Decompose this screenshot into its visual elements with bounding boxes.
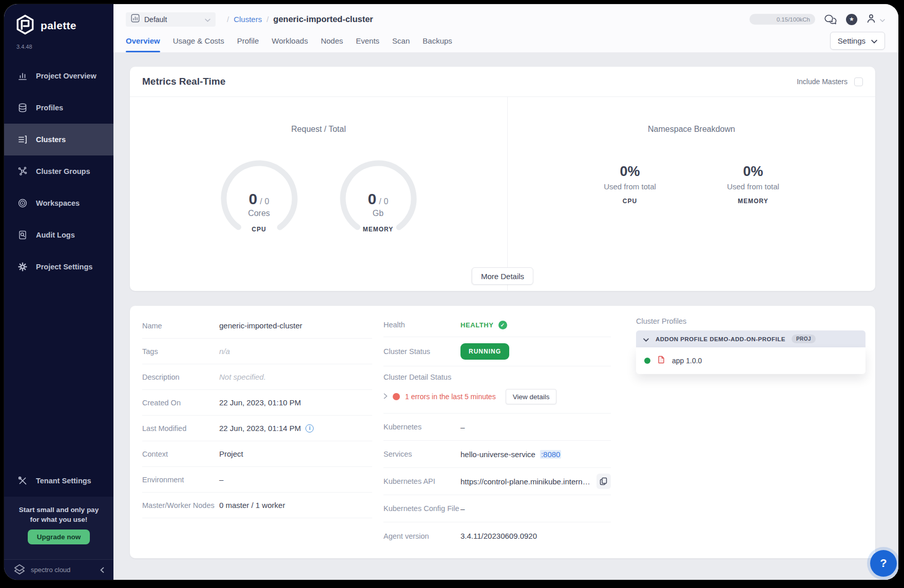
- breadcrumb-current-cluster: generic-imported-cluster: [273, 14, 373, 24]
- cluster-tabs-bar: Overview Usage & Costs Profile Workloads…: [113, 29, 898, 52]
- chevron-right-icon[interactable]: [383, 392, 388, 401]
- project-selector[interactable]: Default: [126, 12, 216, 27]
- top-bar: Default / Clusters / generic-imported-cl…: [113, 4, 898, 29]
- sidebar-item-label: Profiles: [36, 104, 63, 112]
- error-dot-icon: [393, 393, 400, 400]
- memory-gauge: 0/0 Gb MEMORY: [337, 160, 419, 237]
- info-row-name: Name generic-imported-cluster: [142, 313, 372, 339]
- sidebar-item-label: Audit Logs: [36, 231, 75, 239]
- sidebar-item-project-settings[interactable]: Project Settings: [4, 251, 113, 283]
- gauge-separator: /: [379, 197, 381, 206]
- sidebar-item-label: Project Overview: [36, 72, 97, 80]
- tab-events[interactable]: Events: [356, 29, 379, 52]
- user-menu[interactable]: [866, 13, 885, 26]
- cluster-detail-status-block: Cluster Detail Status 1 errors in the la…: [383, 366, 611, 414]
- cluster-profiles-column: Cluster Profiles ADDON PROFILE DEMO-ADD-…: [624, 306, 875, 558]
- star-badge-icon[interactable]: ★: [846, 14, 857, 25]
- include-masters-label: Include Masters: [797, 77, 848, 86]
- gauges-row: 0/0 Cores CPU: [130, 160, 507, 237]
- project-chart-icon: [131, 14, 140, 25]
- tab-nodes[interactable]: Nodes: [321, 29, 343, 52]
- sidebar-item-profiles[interactable]: Profiles: [4, 92, 113, 124]
- info-row-context: Context Project: [142, 441, 372, 467]
- sidebar-item-label: Project Settings: [36, 263, 92, 271]
- sidebar-bottom: Tenant Settings Start small and only pay…: [4, 465, 113, 580]
- sidebar-item-audit-logs[interactable]: Audit Logs: [4, 219, 113, 251]
- context-value: Project: [219, 449, 243, 458]
- status-row-kubernetes: Kubernetes –: [383, 414, 611, 441]
- health-status-text: HEALTHY: [460, 321, 494, 329]
- status-row-health: Health HEALTHY ✓: [383, 313, 611, 337]
- help-button[interactable]: ?: [870, 550, 897, 577]
- status-row-kubernetes-api: Kubernetes API https://control-plane.min…: [383, 468, 611, 495]
- concentric-circles-icon: [17, 198, 28, 208]
- namespace-breakdown-section: Namespace Breakdown 0% Used from total C…: [508, 97, 875, 290]
- info-row-description: Description Not specified.: [142, 364, 372, 390]
- cluster-details-card: Name generic-imported-cluster Tags n/a D…: [130, 306, 875, 558]
- sidebar: palette 3.4.48 Project Overview: [4, 4, 113, 580]
- agent-version-value: 3.4.11/20230609.0920: [460, 532, 537, 540]
- service-port-link[interactable]: :8080: [540, 450, 562, 459]
- metrics-card-header: Metrics Real-Time Include Masters: [130, 67, 875, 97]
- namespace-stats-row: 0% Used from total CPU 0% Used from tota…: [508, 164, 875, 205]
- tab-usage-costs[interactable]: Usage & Costs: [173, 29, 224, 52]
- request-total-title: Request / Total: [130, 125, 507, 134]
- error-summary-text: 1 errors in the last 5 minutes: [405, 393, 496, 401]
- spectro-cloud-label: spectro cloud: [31, 566, 95, 574]
- cluster-tabs: Overview Usage & Costs Profile Workloads…: [126, 29, 452, 52]
- cluster-profiles-title: Cluster Profiles: [636, 317, 875, 325]
- tab-backups[interactable]: Backups: [422, 29, 452, 52]
- stat-label-memory: MEMORY: [715, 198, 792, 205]
- sidebar-nav: Project Overview Profiles: [4, 60, 113, 283]
- namespace-breakdown-title: Namespace Breakdown: [508, 125, 875, 134]
- sidebar-item-workspaces[interactable]: Workspaces: [4, 187, 113, 219]
- gauge-total: 0: [384, 197, 389, 206]
- breadcrumb-clusters-link[interactable]: Clusters: [234, 15, 262, 24]
- stat-value: 0%: [715, 164, 792, 180]
- namespace-memory-stat: 0% Used from total MEMORY: [715, 164, 792, 205]
- stat-value: 0%: [591, 164, 668, 180]
- breadcrumb-separator: /: [227, 15, 229, 24]
- screen-frame: palette 3.4.48 Project Overview: [0, 0, 904, 588]
- info-icon[interactable]: i: [305, 424, 314, 433]
- upgrade-now-button[interactable]: Upgrade now: [28, 530, 90, 544]
- spectro-cloud-logo-icon: [13, 563, 26, 577]
- metrics-card-body: Request / Total 0/0 Cores: [130, 97, 875, 290]
- tab-scan[interactable]: Scan: [392, 29, 410, 52]
- clusters-list-icon: [17, 134, 28, 145]
- chevron-down-icon: [880, 15, 885, 24]
- profile-accordion-header[interactable]: ADDON PROFILE DEMO-ADD-ON-PROFILE PROJ: [636, 330, 865, 347]
- info-row-created-on: Created On 22 Jun, 2023, 01:10 PM: [142, 390, 372, 416]
- sidebar-footer: spectro cloud: [4, 559, 113, 580]
- more-details-button[interactable]: More Details: [472, 267, 533, 285]
- sidebar-item-project-overview[interactable]: Project Overview: [4, 60, 113, 92]
- usage-quota-pill: 0.15/100kCh: [749, 14, 815, 25]
- tab-workloads[interactable]: Workloads: [272, 29, 308, 52]
- app-version: 3.4.48: [4, 37, 113, 50]
- sidebar-item-cluster-groups[interactable]: Cluster Groups: [4, 155, 113, 187]
- profile-scope-badge: PROJ: [792, 335, 816, 343]
- sidebar-item-tenant-settings[interactable]: Tenant Settings: [4, 465, 113, 497]
- include-masters-checkbox[interactable]: [854, 77, 863, 86]
- sidebar-item-clusters[interactable]: Clusters: [4, 124, 113, 155]
- profile-pack-row[interactable]: app 1.0.0: [636, 347, 865, 374]
- info-row-last-modified: Last Modified 22 Jun, 2023, 01:14 PM i: [142, 416, 372, 441]
- settings-button[interactable]: Settings: [830, 32, 885, 50]
- app-window: palette 3.4.48 Project Overview: [4, 4, 898, 580]
- sidebar-collapse-icon[interactable]: [100, 567, 104, 573]
- gauge-label-memory: MEMORY: [337, 226, 419, 233]
- breadcrumb: / Clusters / generic-imported-cluster: [227, 14, 373, 24]
- last-modified-value: 22 Jun, 2023, 01:14 PM: [219, 424, 301, 433]
- info-row-nodes: Master/Worker Nodes 0 master / 1 worker: [142, 493, 372, 518]
- sidebar-item-label: Clusters: [36, 135, 66, 144]
- error-summary-row: 1 errors in the last 5 minutes View deta…: [383, 389, 611, 404]
- chat-icon[interactable]: [824, 14, 837, 25]
- copy-button[interactable]: [597, 474, 611, 489]
- view-details-button[interactable]: View details: [506, 389, 557, 404]
- status-row-config-file: Kubernetes Config File –: [383, 495, 611, 522]
- tab-overview[interactable]: Overview: [126, 29, 160, 52]
- tab-profile[interactable]: Profile: [237, 29, 259, 52]
- network-nodes-icon: [17, 166, 28, 177]
- gauge-value: 0: [248, 190, 257, 207]
- created-on-value: 22 Jun, 2023, 01:10 PM: [219, 398, 301, 407]
